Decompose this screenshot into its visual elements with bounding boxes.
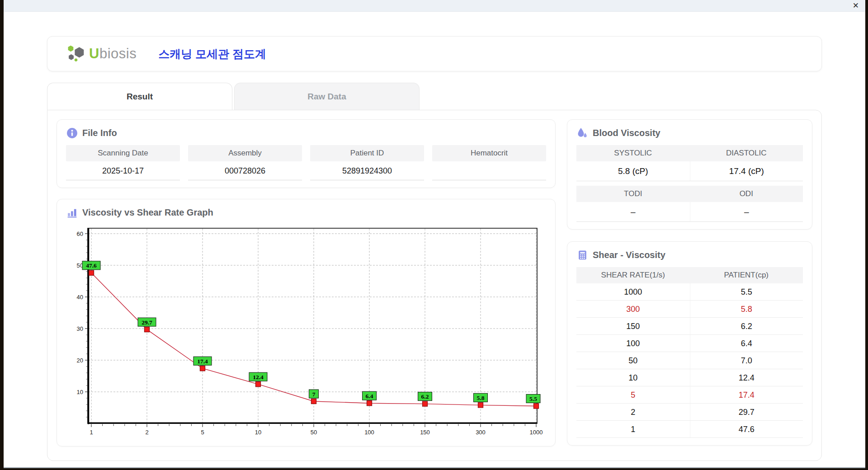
svg-text:5.8: 5.8 [477, 395, 485, 401]
shear-rate-cell: 100 [576, 335, 690, 352]
viscosity-chart: 1251050100150300100010203040506047.629.7… [69, 224, 543, 437]
field-value: 2025-10-17 [66, 161, 180, 180]
svg-text:17.4: 17.4 [197, 358, 208, 365]
blood-viscosity-title-row: Blood Viscosity [576, 127, 803, 139]
svg-text:5.5: 5.5 [529, 395, 537, 402]
svg-text:50: 50 [311, 429, 317, 436]
patient-cell: 6.2 [690, 318, 803, 335]
diastolic-value: 17.4 (cP) [690, 161, 803, 181]
field-value [432, 161, 546, 180]
shear-table-row: 147.6 [576, 421, 803, 438]
odi-value: – [690, 202, 803, 222]
shear-rate-cell: 150 [576, 318, 690, 335]
patient-cell: 17.4 [690, 386, 803, 404]
graph-title-row: Viscosity vs Shear Rate Graph [66, 207, 546, 218]
graph-card: Viscosity vs Shear Rate Graph 1251050100… [57, 199, 556, 446]
shear-rate-cell: 300 [576, 301, 690, 318]
shear-rate-cell: 1 [576, 421, 690, 438]
logo-text-u: U [89, 46, 99, 61]
shear-rate-cell: 2 [576, 404, 690, 421]
svg-text:60: 60 [77, 230, 83, 237]
svg-text:1: 1 [90, 429, 93, 436]
field-label: Patient ID [310, 145, 424, 161]
odi-header: ODI [690, 186, 803, 202]
svg-text:6.4: 6.4 [366, 393, 373, 400]
shear-rate-cell: 1000 [576, 283, 690, 301]
logo: Ubiosis [66, 44, 137, 63]
bv-group-systolic-diastolic: SYSTOLIC DIASTOLIC 5.8 (cP) 17.4 (cP) [576, 145, 803, 181]
field-hematocrit: Hematocrit [432, 145, 546, 180]
svg-text:29.7: 29.7 [142, 319, 152, 326]
shear-rate-cell: 50 [576, 352, 690, 369]
app-window: ✕ Ubiosis 스캐닝 모세관 점도계 Result Raw Data [4, 0, 865, 468]
field-scanning-date: Scanning Date 2025-10-17 [66, 145, 180, 180]
field-value: 000728026 [188, 161, 302, 180]
svg-text:12.4: 12.4 [253, 374, 264, 381]
systolic-header: SYSTOLIC [576, 145, 690, 161]
svg-text:30: 30 [77, 325, 83, 332]
svg-text:47.6: 47.6 [86, 262, 97, 269]
shear-rate-cell: 10 [576, 369, 690, 386]
header-card: Ubiosis 스캐닝 모세관 점도계 [47, 36, 822, 71]
graph-title: Viscosity vs Shear Rate Graph [82, 207, 213, 218]
svg-text:7: 7 [312, 391, 316, 398]
shear-table-row: 229.7 [576, 404, 803, 421]
close-icon[interactable]: ✕ [853, 2, 859, 9]
patient-cell: 12.4 [690, 369, 803, 386]
svg-text:5: 5 [201, 429, 204, 436]
shear-rate-header: SHEAR RATE(1/s) [576, 267, 690, 283]
patient-cell: 6.4 [690, 335, 803, 352]
svg-text:10: 10 [77, 389, 83, 395]
svg-text:150: 150 [420, 429, 430, 436]
field-label: Assembly [188, 145, 302, 161]
logo-text: Ubiosis [89, 46, 137, 62]
logo-text-rest: biosis [99, 46, 137, 61]
bv-group-todi-odi: TODI ODI – – [576, 186, 803, 222]
blood-viscosity-title: Blood Viscosity [593, 128, 660, 138]
field-label: Hematocrit [432, 145, 546, 161]
droplets-icon [576, 127, 588, 139]
shear-table-row: 517.4 [576, 386, 803, 404]
shear-viscosity-title: Shear - Viscosity [593, 250, 665, 260]
todi-header: TODI [576, 186, 690, 202]
file-info-fields: Scanning Date 2025-10-17 Assembly 000728… [66, 145, 546, 180]
shear-table-row: 3005.8 [576, 301, 803, 318]
blood-viscosity-card: Blood Viscosity SYSTOLIC DIASTOLIC 5.8 (… [567, 119, 812, 230]
shear-table: SHEAR RATE(1/s) PATIENT(cp) 10005.53005.… [576, 267, 803, 438]
page-title: 스캐닝 모세관 점도계 [158, 47, 266, 61]
file-info-card: File Info Scanning Date 2025-10-17 Assem… [57, 119, 556, 188]
right-column: Blood Viscosity SYSTOLIC DIASTOLIC 5.8 (… [567, 119, 812, 446]
bar-chart-icon [66, 207, 78, 218]
patient-cell: 5.8 [690, 301, 803, 318]
svg-text:300: 300 [476, 429, 486, 436]
tab-raw-data[interactable]: Raw Data [234, 83, 420, 110]
shear-table-row: 1006.4 [576, 335, 803, 352]
shear-viscosity-card: Shear - Viscosity SHEAR RATE(1/s) PATIEN… [567, 241, 812, 446]
svg-text:6.2: 6.2 [421, 393, 429, 400]
shear-rate-cell: 5 [576, 386, 690, 404]
ubiosis-logo-icon [66, 44, 85, 63]
shear-table-body: 10005.53005.81506.21006.4507.01012.4517.… [576, 283, 803, 438]
left-column: File Info Scanning Date 2025-10-17 Assem… [57, 119, 556, 446]
systolic-value: 5.8 (cP) [576, 161, 690, 181]
todi-value: – [576, 202, 690, 222]
field-patient-id: Patient ID 52891924300 [310, 145, 424, 180]
svg-text:1000: 1000 [530, 429, 543, 436]
svg-text:10: 10 [255, 429, 261, 436]
content: Ubiosis 스캐닝 모세관 점도계 Result Raw Data [4, 12, 865, 461]
patient-cell: 29.7 [690, 404, 803, 421]
shear-table-row: 10005.5 [576, 283, 803, 301]
field-value: 52891924300 [310, 161, 424, 180]
titlebar: ✕ [4, 0, 865, 12]
calculator-icon [576, 249, 588, 261]
patient-cell: 7.0 [690, 352, 803, 369]
file-info-title: File Info [82, 128, 117, 138]
blood-viscosity-table: SYSTOLIC DIASTOLIC 5.8 (cP) 17.4 (cP) [576, 145, 803, 222]
field-label: Scanning Date [66, 145, 180, 161]
diastolic-header: DIASTOLIC [690, 145, 803, 161]
patient-cell: 5.5 [690, 283, 803, 301]
shear-viscosity-title-row: Shear - Viscosity [576, 249, 803, 261]
tab-bar: Result Raw Data [47, 83, 822, 110]
tab-result[interactable]: Result [47, 83, 232, 110]
shear-table-row: 1506.2 [576, 318, 803, 335]
